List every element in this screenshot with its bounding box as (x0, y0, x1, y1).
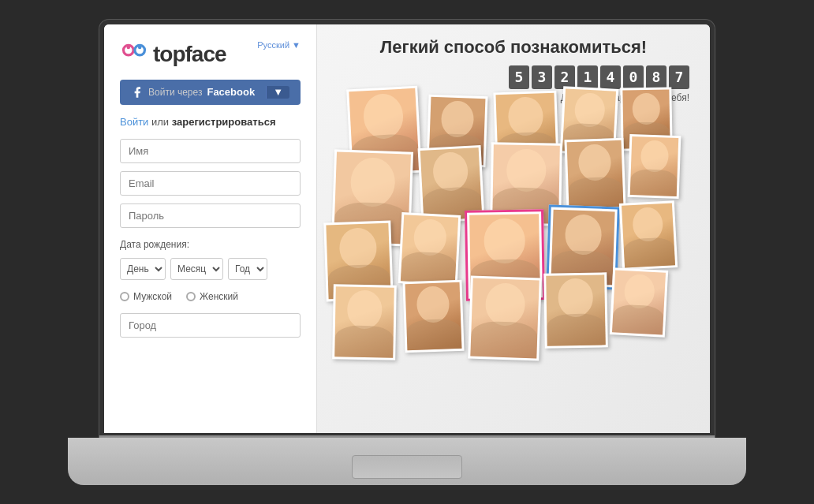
svg-point-3 (138, 45, 142, 49)
photo-card (402, 279, 464, 353)
facebook-login-button[interactable]: Войти через Facebook ▼ (120, 80, 301, 105)
svg-point-2 (127, 45, 131, 49)
facebook-btn-prefix: Войти через (148, 87, 202, 98)
photo-card (543, 272, 608, 348)
laptop-screen-bezel: topface Русский ▼ Войти через Facebook (99, 20, 715, 438)
city-input[interactable] (120, 313, 301, 338)
register-link[interactable]: зарегистрироваться (172, 116, 276, 128)
birthdate-row: День Месяц Год (120, 258, 301, 280)
gender-male-option[interactable]: Мужской (120, 291, 172, 302)
gender-female-option[interactable]: Женский (186, 291, 238, 302)
birthdate-label: Дата рождения: (120, 239, 301, 250)
laptop-wrapper: topface Русский ▼ Войти через Facebook (68, 20, 746, 485)
lang-selector[interactable]: Русский ▼ (257, 40, 301, 50)
counter-row: 53214087 (330, 65, 697, 89)
photo-card (398, 212, 461, 286)
gender-row: Мужской Женский (120, 291, 301, 302)
year-select[interactable]: Год (228, 258, 267, 280)
counter-digit: 3 (532, 65, 552, 89)
email-input[interactable] (120, 171, 301, 196)
gender-male-label: Мужской (133, 291, 172, 302)
signin-text: Войти или зарегистрироваться (120, 116, 301, 128)
photo-card (468, 275, 542, 360)
gender-female-label: Женский (200, 291, 238, 302)
counter-digit: 4 (600, 65, 621, 89)
topface-logo-icon (120, 40, 148, 69)
gender-female-radio[interactable] (186, 292, 196, 301)
logo-area: topface (120, 40, 226, 69)
photo-card (332, 284, 397, 360)
gender-male-radio[interactable] (120, 292, 129, 301)
month-select[interactable]: Месяц (170, 258, 223, 280)
counter-digit: 7 (669, 65, 689, 89)
counter-digit: 2 (554, 65, 575, 89)
photo-collage (325, 88, 710, 433)
photo-card (619, 200, 678, 271)
day-select[interactable]: День (120, 258, 166, 280)
counter-digit: 1 (577, 65, 598, 89)
screen-content: topface Русский ▼ Войти через Facebook (104, 24, 710, 433)
left-panel: topface Русский ▼ Войти через Facebook (104, 24, 317, 433)
tagline: Легкий способ познакомиться! (330, 37, 697, 58)
laptop-base (68, 438, 746, 485)
signin-link[interactable]: Войти (120, 116, 148, 128)
facebook-btn-brand: Facebook (207, 86, 255, 98)
name-input[interactable] (120, 139, 301, 163)
photo-card (628, 133, 681, 198)
counter-digit: 5 (509, 65, 529, 89)
logo-text: topface (153, 42, 226, 67)
laptop-touchpad (352, 455, 462, 479)
page-container: topface Русский ▼ Войти через Facebook (104, 24, 710, 433)
facebook-icon (131, 86, 144, 99)
facebook-btn-arrow[interactable]: ▼ (266, 86, 289, 99)
signin-separator: или (148, 116, 171, 128)
password-input[interactable] (120, 203, 301, 228)
counter-digit: 8 (646, 65, 667, 89)
counter-digit: 0 (623, 65, 644, 89)
photo-card (564, 137, 625, 211)
right-panel: Легкий способ познакомиться! 53214087 Де… (317, 24, 710, 433)
photo-card (610, 267, 668, 338)
